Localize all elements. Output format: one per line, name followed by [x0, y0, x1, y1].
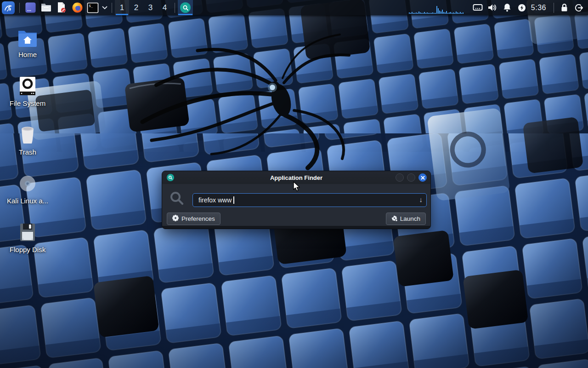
panel-separator: [112, 3, 112, 13]
panel-separator: [554, 3, 554, 13]
volume-icon: [488, 4, 497, 12]
desktop-icon-list: Home File System: [5, 25, 51, 269]
titlebar[interactable]: Application Finder: [162, 171, 430, 184]
search-input[interactable]: [192, 193, 427, 207]
workspace-button-2[interactable]: 2: [129, 0, 143, 15]
terminal-dropdown-button[interactable]: [101, 0, 109, 15]
workspace-label: 1: [120, 3, 124, 12]
hard-drive-icon: [17, 74, 38, 96]
terminal-launcher[interactable]: $_: [85, 0, 101, 15]
app-window-launcher[interactable]: [23, 0, 38, 15]
search-icon: [170, 191, 184, 207]
desktop-icon-label: Trash: [19, 148, 36, 156]
lock-screen-button[interactable]: [557, 0, 571, 15]
terminal-icon: $_: [87, 2, 99, 14]
desktop: Home File System: [0, 0, 588, 368]
chevron-down-icon: [102, 6, 107, 10]
floppy-disk-icon: [17, 220, 38, 242]
desktop-icon-label: File System: [10, 99, 45, 107]
applications-menu-button[interactable]: [0, 0, 17, 15]
workspace-button-1[interactable]: 1: [115, 0, 129, 15]
dropdown-arrow-icon[interactable]: ↓: [419, 196, 423, 203]
launch-button[interactable]: Launch: [386, 213, 426, 225]
workspace-button-3[interactable]: 3: [143, 0, 158, 15]
preferences-label: Preferences: [181, 215, 215, 222]
desktop-icon-trash[interactable]: Trash: [5, 123, 51, 172]
network-icon: [473, 4, 483, 12]
text-editor-icon: [56, 2, 67, 13]
minimize-button[interactable]: [396, 173, 404, 182]
workspace-label: 3: [148, 3, 153, 12]
window-controls: [396, 173, 427, 182]
window-app-finder-icon: [167, 174, 174, 181]
app-finder-icon: [180, 2, 191, 13]
trash-bin-icon: [17, 123, 38, 145]
workspace-button-4[interactable]: 4: [158, 0, 172, 15]
text-caret: [233, 196, 234, 204]
logout-button[interactable]: [571, 0, 586, 15]
workspace-label: 4: [163, 3, 167, 12]
search-input-wrap: ↓: [192, 193, 427, 207]
text-editor-launcher[interactable]: [54, 0, 69, 15]
firefox-icon: [72, 2, 83, 13]
application-finder-window: Application Finder ↓: [162, 171, 431, 229]
panel-separator: [175, 3, 175, 13]
window-title: Application Finder: [162, 174, 430, 181]
file-manager-icon: [40, 2, 52, 13]
firefox-launcher[interactable]: [69, 0, 85, 15]
desktop-icon-kali-docs[interactable]: Kali Linux a...: [5, 172, 51, 220]
panel-separator: [19, 3, 20, 13]
desktop-icon-file-system[interactable]: File System: [5, 74, 51, 123]
launch-icon: [391, 215, 397, 223]
file-manager-launcher[interactable]: [38, 0, 54, 15]
panel-clock[interactable]: 5:36: [529, 4, 551, 12]
taskbar-application-finder-button[interactable]: [178, 0, 193, 15]
top-panel: $_ 1 2 3 4: [0, 0, 588, 15]
network-tray-button[interactable]: [470, 0, 485, 15]
desktop-icon-floppy-disk[interactable]: Floppy Disk: [5, 220, 51, 269]
desktop-icon-label: Floppy Disk: [10, 246, 45, 253]
volume-tray-button[interactable]: [485, 0, 500, 15]
close-button[interactable]: [418, 173, 427, 182]
notifications-tray-button[interactable]: [500, 0, 514, 15]
desktop-icon-home[interactable]: Home: [5, 25, 51, 74]
lock-icon: [560, 3, 568, 12]
workspace-label: 2: [134, 3, 138, 12]
dialog-buttons: Preferences Launch: [167, 213, 426, 225]
power-manager-tray-button[interactable]: [514, 0, 529, 15]
desktop-icon-label: Home: [18, 51, 37, 58]
gear-icon: [172, 215, 179, 223]
desktop-icon-label: Kali Linux a...: [7, 197, 48, 205]
panel-launchers: $_ 1 2 3 4: [0, 0, 193, 15]
panel-tray: 5:36: [409, 0, 588, 15]
bell-icon: [503, 3, 511, 12]
kali-logo-icon: [2, 1, 15, 14]
svg-text:$_: $_: [89, 4, 93, 7]
cd-disc-icon: [17, 172, 38, 194]
cpu-graph-monitor[interactable]: [409, 2, 468, 14]
preferences-button[interactable]: Preferences: [167, 213, 220, 225]
launch-label: Launch: [400, 215, 420, 222]
maximize-button[interactable]: [407, 173, 415, 182]
home-folder-icon: [17, 25, 38, 47]
logout-icon: [575, 4, 583, 12]
power-lightning-icon: [518, 4, 526, 12]
app-window-icon: [25, 2, 36, 13]
